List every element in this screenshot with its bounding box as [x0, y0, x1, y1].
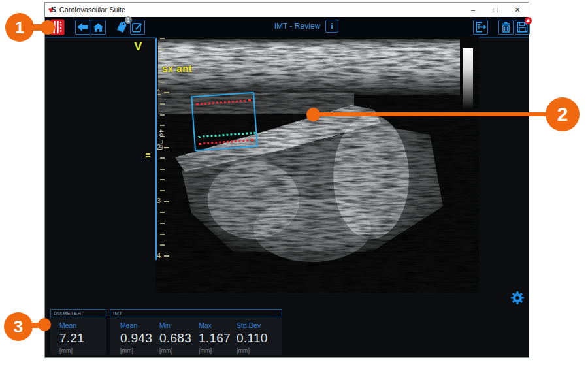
imt-stddev-column: Std Dev 0.110 [mm]	[237, 321, 276, 354]
app-window: ♥ S Cardiovascular Suite – □ ✕	[44, 2, 529, 358]
screenshot-stage: ♥ S Cardiovascular Suite – □ ✕	[0, 0, 588, 371]
callout-3: 3	[4, 312, 33, 341]
ultrasound-image[interactable]: 1 2 3 4 40 mm sx ant	[155, 37, 479, 293]
measure-value: 1.167	[199, 331, 238, 346]
export-button[interactable]	[473, 20, 488, 35]
save-badge: ✱	[525, 17, 532, 24]
minimize-button[interactable]: –	[462, 3, 484, 17]
adventitia-trace-bottom	[199, 139, 253, 145]
measure-label: Mean	[120, 321, 159, 329]
export-icon	[475, 22, 487, 33]
info-button[interactable]: i	[325, 20, 338, 33]
measure-label: Min	[159, 321, 199, 329]
adventitia-trace-top	[196, 99, 251, 105]
imt-min-column: Min 0.683 [mm]	[159, 321, 199, 354]
screen-title-group: IMT - Review i	[261, 20, 352, 33]
save-button[interactable]: ✱	[515, 20, 530, 35]
imt-panel: IMT Mean 0.943 [mm] Min 0.683 [mm] Max 1…	[110, 309, 282, 355]
imt-max-column: Max 1.167 [mm]	[199, 321, 238, 354]
diameter-mean-column: Mean 7.21 [mm]	[59, 321, 99, 354]
imt-mean-column: Mean 0.943 [mm]	[120, 321, 159, 354]
settings-button[interactable]	[510, 291, 525, 305]
measure-unit: [mm]	[59, 347, 99, 354]
measure-label: Mean	[59, 321, 99, 329]
grayscale-reference-bar	[463, 48, 473, 108]
depth-scale-label: 40 mm	[158, 129, 165, 151]
callout-2: 2	[546, 97, 580, 131]
callout-1: 1	[5, 13, 34, 42]
close-button[interactable]: ✕	[506, 3, 529, 17]
edit-button[interactable]	[130, 20, 145, 35]
callout-2-line	[318, 112, 553, 116]
callout-1-dot	[41, 20, 55, 35]
edit-pencil-icon	[132, 22, 143, 33]
diameter-panel: DIAMETER Mean 7.21 [mm]	[50, 309, 106, 355]
measure-label: Std Dev	[237, 321, 276, 329]
ultrasound-speckle-texture	[155, 37, 479, 293]
imt-panel-header: IMT	[110, 309, 282, 317]
measure-unit: [mm]	[199, 347, 238, 354]
intima-trace	[198, 132, 255, 138]
measure-value: 0.943	[120, 331, 159, 346]
window-controls: – □ ✕	[462, 3, 529, 17]
diameter-panel-header: DIAMETER	[50, 309, 106, 317]
home-button[interactable]	[91, 20, 106, 35]
measure-label: Max	[199, 321, 238, 329]
measure-value: 0.683	[159, 331, 199, 346]
measure-unit: [mm]	[120, 347, 159, 354]
measure-unit: [mm]	[159, 347, 199, 354]
screen-title: IMT - Review	[274, 22, 320, 31]
app-logo-letter: S	[51, 5, 56, 14]
measure-unit: [mm]	[237, 347, 276, 354]
maximize-button[interactable]: □	[484, 3, 506, 17]
main-toolbar: 1 IMT - Review i	[45, 17, 529, 37]
back-arrow-icon	[77, 22, 88, 32]
callout-3-dot	[38, 318, 51, 331]
trash-icon	[501, 22, 511, 33]
home-icon	[93, 22, 104, 33]
window-title: Cardiovascular Suite	[59, 6, 126, 14]
tag-button[interactable]: 1	[114, 20, 129, 35]
gear-icon	[510, 291, 525, 305]
back-button[interactable]	[75, 20, 90, 35]
delete-button[interactable]	[498, 20, 514, 35]
ruler-number-3: 3	[157, 197, 165, 204]
probe-position-label: sx ant	[162, 63, 192, 74]
ruler-number-1: 1	[157, 88, 165, 96]
window-titlebar: ♥ S Cardiovascular Suite – □ ✕	[45, 3, 529, 17]
orientation-marker: V	[134, 39, 142, 54]
measure-value: 0.110	[237, 331, 276, 346]
focus-marker-icon	[146, 153, 150, 157]
ruler-number-4: 4	[157, 251, 165, 259]
imt-roi-box[interactable]	[191, 92, 258, 152]
callout-2-dot	[306, 108, 320, 121]
measure-value: 7.21	[59, 331, 99, 346]
